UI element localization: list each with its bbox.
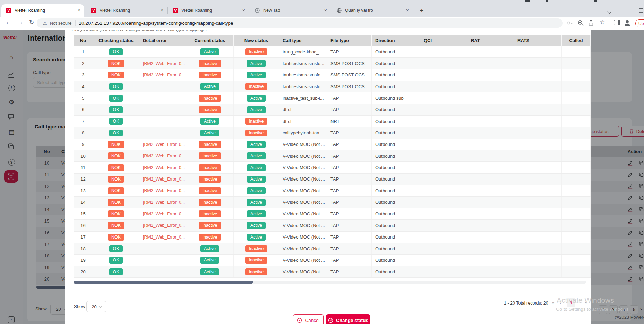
error-detail-link[interactable]: [RM2_Web_Error_0...	[143, 153, 185, 158]
pagination-first-icon[interactable]: «	[552, 300, 554, 306]
browser-tab-4[interactable]: New Tab×	[250, 4, 330, 17]
tab-close-icon[interactable]: ×	[78, 8, 80, 13]
cell	[467, 69, 514, 81]
url-text[interactable]: 10.207.252.137:9200/roaming-app/system-c…	[79, 20, 233, 26]
minimize-button[interactable]	[624, 11, 629, 11]
new-tab-button[interactable]: +	[417, 6, 426, 15]
cell: V-Video MOC (Not ...	[279, 197, 327, 208]
cell-checking-status: NOK	[93, 220, 139, 231]
error-detail-link[interactable]: [RM2_Web_Error_0...	[143, 177, 185, 182]
cell-new-status: Inactive	[234, 81, 279, 92]
cell	[562, 150, 591, 161]
table-row: 20OKActiveInactiveV-Video MOC (Not ...TA…	[74, 266, 591, 278]
window-frame-fragment	[546, 0, 548, 2]
cell: Outbound	[372, 243, 420, 254]
cell	[420, 185, 467, 196]
side-panel-icon[interactable]	[614, 20, 620, 25]
tab-title: Viettel Roaming	[15, 8, 67, 13]
address-bar[interactable]: ⚠ Not secure 10.207.252.137:9200/roaming…	[37, 18, 563, 28]
table-row: 1OKActiveInactivetrung_code-khac_...TAPO…	[74, 46, 591, 58]
change-status-button[interactable]: Change status	[326, 314, 370, 324]
cell	[562, 139, 591, 150]
error-detail-link[interactable]: [RM2_Web_Error_0...	[143, 61, 185, 66]
error-detail-link[interactable]: [RM2_Web_Error_0...	[143, 142, 185, 147]
cell: V-Video MOC (Not ...	[279, 162, 327, 173]
error-detail-link[interactable]: [RM2_Web_Error_0...	[143, 200, 185, 205]
error-detail-link[interactable]: [RM2_Web_Error_0...	[143, 165, 185, 170]
status-badge: Active	[247, 199, 266, 206]
error-detail-link[interactable]: [RM2_Web_Error_0...	[143, 223, 185, 228]
cell: TAP	[327, 185, 372, 196]
cell-checking-status: OK	[93, 116, 139, 127]
cell: TAP	[327, 46, 372, 57]
tab-close-icon[interactable]: ×	[161, 8, 163, 13]
tab-close-icon[interactable]: ×	[406, 8, 409, 13]
cell: Outbound sub	[372, 92, 420, 103]
password-key-icon[interactable]	[567, 19, 574, 26]
cell-checking-status: NOK	[93, 232, 139, 243]
cell: Outbound	[372, 232, 420, 243]
cell	[420, 232, 467, 243]
tab-close-icon[interactable]: ×	[324, 8, 327, 13]
cell-no: 8	[74, 127, 93, 138]
status-badge: Inactive	[199, 187, 221, 194]
reload-icon[interactable]: ↻	[29, 19, 34, 26]
forward-icon[interactable]: →	[17, 19, 23, 26]
cell	[514, 92, 562, 103]
cell: Outbound	[372, 197, 420, 208]
cell	[467, 232, 514, 243]
cell	[562, 243, 591, 254]
status-badge: Inactive	[199, 222, 221, 229]
browser-tab-5[interactable]: Quản lý vai trò×	[332, 4, 412, 17]
cell-new-status: Inactive	[234, 255, 279, 266]
share-icon[interactable]	[587, 19, 594, 26]
cell-detail-error: [RM2_Web_Error_0...	[139, 58, 186, 69]
cell	[562, 255, 591, 266]
cell-no: 19	[74, 255, 93, 266]
cell	[420, 220, 467, 231]
bookmark-star-icon[interactable]: ☆	[600, 18, 605, 26]
profile-avatar[interactable]	[624, 19, 630, 26]
change-status-modal: Are you sure you want to change status t…	[65, 30, 591, 324]
cell: df-sf	[279, 104, 327, 115]
cell: df-sf	[279, 116, 327, 127]
cell-no: 12	[74, 174, 93, 185]
cancel-button[interactable]: Cancel	[293, 314, 324, 324]
modal-hscrollbar-thumb[interactable]	[74, 281, 253, 284]
error-detail-link[interactable]: [RM2_Web_Error_0...	[143, 235, 185, 240]
cell	[514, 266, 562, 277]
zoom-icon[interactable]	[577, 19, 584, 26]
tab-title: Viettel Roaming	[100, 8, 152, 13]
tab-search-chevron-icon[interactable]	[608, 8, 611, 15]
cell-current-status: Active	[186, 243, 234, 254]
status-badge: Active	[247, 152, 266, 159]
error-detail-link[interactable]: [RM2_Web_Error_0...	[143, 73, 185, 77]
cell	[562, 46, 591, 57]
viettel-favicon: V	[91, 8, 96, 13]
cell: Outbound	[372, 46, 420, 57]
cell	[467, 174, 514, 185]
back-icon[interactable]: ←	[6, 19, 11, 26]
table-row: 17NOK[RM2_Web_Error_0...InactiveActiveV-…	[74, 232, 591, 243]
check-circle-icon	[328, 318, 333, 323]
status-badge: Inactive	[245, 130, 267, 136]
error-detail-link[interactable]: [RM2_Web_Error_0...	[143, 211, 185, 216]
cell: V-Video MOC (Not ...	[279, 150, 327, 161]
maximize-button[interactable]	[639, 8, 643, 13]
modal-page-size-select[interactable]: 20	[86, 301, 106, 312]
status-badge: Inactive	[245, 257, 267, 264]
browser-update-button[interactable]: Up	[635, 19, 644, 27]
cell-new-status: Active	[234, 232, 279, 243]
cell: TAP	[327, 127, 372, 138]
browser-tab-1[interactable]: VViettel Roaming×	[1, 4, 84, 17]
security-chip-label[interactable]: Not secure	[50, 20, 72, 26]
error-detail-link[interactable]: [RM2_Web_Error_0...	[143, 188, 185, 193]
cell-no: 11	[74, 162, 93, 173]
status-badge: OK	[109, 95, 122, 102]
browser-tab-2[interactable]: VViettel Roaming×	[86, 4, 167, 17]
cell: Outbound	[372, 220, 420, 231]
tab-close-icon[interactable]: ×	[242, 8, 245, 13]
browser-tab-3[interactable]: VViettel Roaming×	[168, 4, 249, 17]
cell	[467, 185, 514, 196]
status-badge: Inactive	[199, 60, 221, 67]
